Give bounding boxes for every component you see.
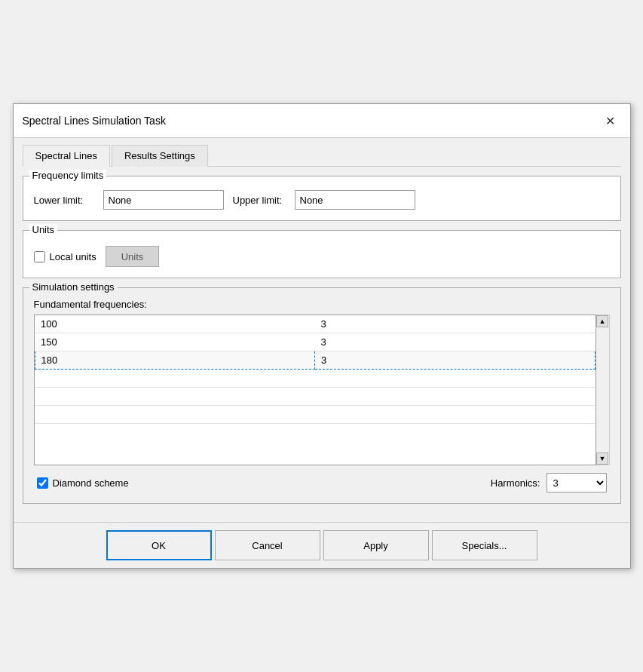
harmonics-cell: 3: [315, 315, 596, 333]
freq-cell: [35, 406, 315, 424]
harmonics-select[interactable]: 1 2 3 4 5 6 7 8 9 10: [547, 473, 607, 492]
table-row[interactable]: [35, 406, 595, 424]
tab-bar: Spectral Lines Results Settings: [23, 144, 621, 167]
lower-limit-label: Lower limit:: [34, 195, 94, 206]
upper-limit-label: Upper limit:: [233, 195, 286, 206]
freq-cell: 150: [35, 333, 315, 351]
cancel-button[interactable]: Cancel: [215, 530, 320, 560]
harmonics-cell: [315, 388, 596, 406]
close-button[interactable]: ✕: [600, 110, 621, 131]
frequency-limits-legend: Frequency limits: [29, 170, 107, 181]
freq-limits-row: Lower limit: Upper limit:: [34, 190, 610, 210]
apply-button[interactable]: Apply: [323, 530, 429, 560]
tab-results-settings[interactable]: Results Settings: [112, 145, 208, 167]
table-row[interactable]: [35, 370, 595, 388]
simulation-settings-legend: Simulation settings: [29, 281, 118, 293]
freq-data-table: 100 3 150 3 180 3: [35, 315, 596, 424]
freq-cell: 100: [35, 315, 315, 333]
footer-buttons: OK Cancel Apply Specials...: [14, 522, 630, 568]
scroll-up-arrow[interactable]: ▲: [596, 315, 608, 327]
frequencies-table-inner[interactable]: 100 3 150 3 180 3: [35, 315, 596, 465]
title-bar: Spectral Lines Simulation Task ✕: [14, 104, 630, 138]
harmonics-row: Harmonics: 1 2 3 4 5 6 7 8 9 10: [491, 473, 607, 492]
specials-button[interactable]: Specials...: [432, 530, 537, 560]
local-units-checkbox[interactable]: [34, 251, 45, 262]
units-section: Units Local units Units: [23, 230, 621, 278]
fundamental-frequencies-label: Fundamental frequencies:: [34, 299, 610, 310]
table-row[interactable]: [35, 388, 595, 406]
freq-cell: [35, 388, 315, 406]
harmonics-cell: [315, 406, 596, 424]
freq-cell-selected: 180: [35, 351, 315, 370]
lower-limit-input[interactable]: [103, 190, 224, 210]
units-legend: Units: [29, 224, 58, 235]
harmonics-cell: 3: [315, 333, 596, 351]
diamond-scheme-label[interactable]: Diamond scheme: [37, 477, 129, 489]
harmonics-label: Harmonics:: [491, 477, 540, 489]
scroll-up-icon: ▲: [599, 318, 606, 325]
table-scrollbar[interactable]: ▲ ▼: [596, 315, 610, 465]
harmonics-cell: [315, 370, 596, 388]
units-button[interactable]: Units: [106, 246, 160, 267]
table-row[interactable]: 100 3: [35, 315, 595, 333]
harmonics-cell-selected: 3: [315, 351, 596, 370]
ok-button[interactable]: OK: [106, 530, 212, 560]
simulation-settings-section: Simulation settings Fundamental frequenc…: [23, 287, 621, 504]
units-row: Local units Units: [34, 246, 610, 267]
frequency-limits-section: Frequency limits Lower limit: Upper limi…: [23, 176, 621, 221]
freq-cell: [35, 370, 315, 388]
frequencies-table[interactable]: 100 3 150 3 180 3: [34, 315, 596, 465]
table-row[interactable]: 150 3: [35, 333, 595, 351]
scroll-down-icon: ▼: [599, 455, 606, 462]
scroll-down-arrow[interactable]: ▼: [596, 453, 608, 465]
dialog-content: Spectral Lines Results Settings Frequenc…: [14, 138, 630, 522]
bottom-row: Diamond scheme Harmonics: 1 2 3 4 5 6 7 …: [34, 473, 610, 492]
tab-spectral-lines[interactable]: Spectral Lines: [23, 145, 110, 167]
frequencies-table-wrapper: 100 3 150 3 180 3: [34, 315, 610, 465]
dialog-title: Spectral Lines Simulation Task: [23, 115, 166, 127]
diamond-scheme-checkbox[interactable]: [37, 477, 48, 489]
upper-limit-input[interactable]: [295, 190, 415, 210]
table-row-selected[interactable]: 180 3: [35, 351, 595, 370]
dialog-window: Spectral Lines Simulation Task ✕ Spectra…: [13, 103, 631, 569]
local-units-checkbox-label[interactable]: Local units: [34, 251, 96, 262]
